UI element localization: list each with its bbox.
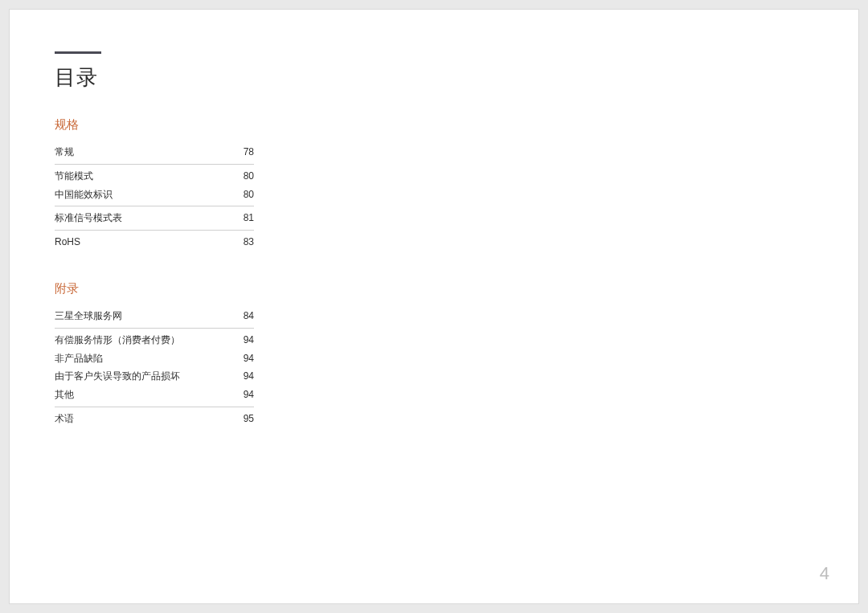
toc-section-heading: 规格 <box>55 117 254 133</box>
toc-entry[interactable]: 非产品缺陷 94 <box>55 349 254 368</box>
toc-entry-label: RoHS <box>55 235 235 249</box>
toc-section-heading: 附录 <box>55 281 254 296</box>
toc-group: RoHS 83 <box>55 230 254 254</box>
toc-entry-page: 94 <box>235 334 254 345</box>
title-rule <box>55 51 101 54</box>
toc-entry[interactable]: 有偿服务情形（消费者付费） 94 <box>55 329 254 349</box>
toc-entry[interactable]: 其他 94 <box>55 386 254 407</box>
toc-entry[interactable]: 常规 78 <box>55 141 254 164</box>
toc-entry[interactable]: 节能模式 80 <box>55 165 254 186</box>
toc-entry-page: 78 <box>235 146 254 157</box>
toc-group: 三星全球服务网 84 <box>55 304 254 328</box>
toc-entry[interactable]: 中国能效标识 80 <box>55 186 254 206</box>
toc-entry-label: 节能模式 <box>55 170 235 183</box>
toc-entry[interactable]: 术语 95 <box>55 407 254 431</box>
toc-entry-label: 其他 <box>55 388 235 402</box>
toc-entry-label: 标准信号模式表 <box>55 211 235 225</box>
toc-entry-page: 80 <box>235 170 254 182</box>
toc-section-specs: 规格 常规 78 节能模式 80 中国能效标识 80 标准 <box>55 117 254 254</box>
toc-entry-label: 有偿服务情形（消费者付费） <box>55 333 235 347</box>
toc-entry-label: 三星全球服务网 <box>55 309 235 323</box>
toc-entry-label: 术语 <box>55 412 235 426</box>
page-number: 4 <box>820 563 829 584</box>
toc-entry-page: 94 <box>235 353 254 364</box>
toc-entry-page: 94 <box>235 370 254 382</box>
toc-entry-page: 84 <box>235 310 254 321</box>
toc-entry-page: 80 <box>235 189 254 200</box>
toc-entry[interactable]: 由于客户失误导致的产品损坏 94 <box>55 367 254 386</box>
toc-group: 有偿服务情形（消费者付费） 94 非产品缺陷 94 由于客户失误导致的产品损坏 … <box>55 328 254 407</box>
toc-group: 标准信号模式表 81 <box>55 206 254 230</box>
toc-group: 节能模式 80 中国能效标识 80 <box>55 164 254 206</box>
toc-entry-label: 非产品缺陷 <box>55 352 235 366</box>
toc-group: 术语 95 <box>55 407 254 431</box>
toc-entry-label: 中国能效标识 <box>55 188 235 202</box>
document-page: 目录 规格 常规 78 节能模式 80 中国能效标识 80 <box>10 10 858 603</box>
toc-entry[interactable]: 三星全球服务网 84 <box>55 304 254 328</box>
toc-entry-page: 94 <box>235 389 254 400</box>
toc-group: 常规 78 <box>55 141 254 164</box>
toc-entry[interactable]: 标准信号模式表 81 <box>55 206 254 230</box>
table-of-contents: 规格 常规 78 节能模式 80 中国能效标识 80 标准 <box>55 117 254 431</box>
toc-entry-page: 95 <box>235 413 254 424</box>
toc-entry-label: 由于客户失误导致的产品损坏 <box>55 370 235 383</box>
page-title: 目录 <box>55 63 813 92</box>
toc-entry-page: 83 <box>235 236 254 247</box>
toc-section-appendix: 附录 三星全球服务网 84 有偿服务情形（消费者付费） 94 非产品缺陷 94 … <box>55 281 254 431</box>
toc-entry-page: 81 <box>235 212 254 223</box>
toc-entry[interactable]: RoHS 83 <box>55 231 254 254</box>
toc-entry-label: 常规 <box>55 145 235 159</box>
